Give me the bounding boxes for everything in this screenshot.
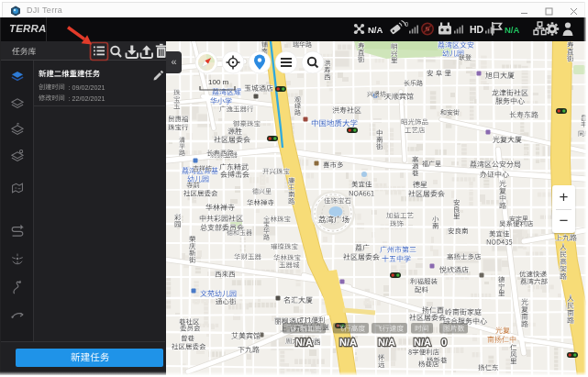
- svg-text:N/A: N/A: [368, 25, 383, 35]
- svg-text:N/A: N/A: [414, 337, 431, 348]
- svg-text:0: 0: [405, 21, 409, 28]
- svg-text:0: 0: [441, 337, 447, 348]
- svg-text:N/A: N/A: [505, 25, 520, 35]
- svg-text:: 09/02/2021: : 09/02/2021: [69, 83, 105, 92]
- svg-text:HD: HD: [470, 24, 484, 35]
- svg-text:: 22/02/2021: : 22/02/2021: [69, 94, 105, 103]
- svg-text:N/A: N/A: [378, 337, 395, 348]
- svg-text:N/A: N/A: [295, 337, 313, 348]
- svg-text:N/A: N/A: [339, 337, 357, 348]
